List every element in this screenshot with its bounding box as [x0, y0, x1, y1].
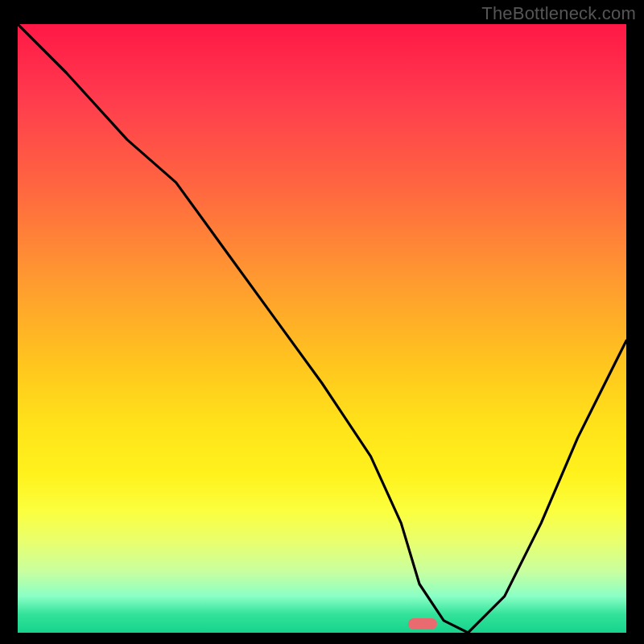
plot-area [18, 24, 626, 633]
optimum-marker [408, 618, 437, 630]
line-curve [18, 24, 626, 633]
chart-frame: TheBottleneck.com [0, 0, 644, 644]
watermark-text: TheBottleneck.com [481, 3, 636, 24]
